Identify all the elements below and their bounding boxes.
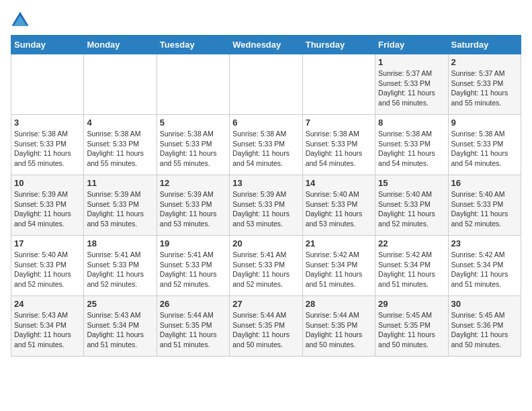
calendar-cell: 24Sunrise: 5:43 AM Sunset: 5:34 PM Dayli… (11, 296, 84, 357)
day-info: Sunrise: 5:44 AM Sunset: 5:35 PM Dayligh… (232, 310, 299, 350)
day-number: 2 (451, 57, 518, 67)
day-info: Sunrise: 5:39 AM Sunset: 5:33 PM Dayligh… (14, 189, 81, 229)
calendar-cell: 22Sunrise: 5:42 AM Sunset: 5:34 PM Dayli… (375, 236, 448, 296)
calendar-cell: 11Sunrise: 5:39 AM Sunset: 5:33 PM Dayli… (84, 175, 157, 236)
calendar-cell: 8Sunrise: 5:38 AM Sunset: 5:33 PM Daylig… (375, 115, 448, 175)
calendar-cell: 30Sunrise: 5:45 AM Sunset: 5:36 PM Dayli… (448, 296, 521, 357)
day-number: 5 (160, 118, 226, 128)
day-number: 19 (160, 238, 226, 248)
day-number: 17 (14, 238, 81, 248)
column-header-monday: Monday (84, 36, 157, 54)
day-info: Sunrise: 5:40 AM Sunset: 5:33 PM Dayligh… (451, 189, 518, 229)
calendar-cell: 14Sunrise: 5:40 AM Sunset: 5:33 PM Dayli… (302, 175, 375, 236)
column-header-tuesday: Tuesday (157, 36, 229, 54)
calendar-cell: 16Sunrise: 5:40 AM Sunset: 5:33 PM Dayli… (448, 175, 521, 236)
calendar-cell: 9Sunrise: 5:38 AM Sunset: 5:33 PM Daylig… (448, 115, 521, 175)
day-info: Sunrise: 5:38 AM Sunset: 5:33 PM Dayligh… (87, 129, 153, 169)
day-info: Sunrise: 5:40 AM Sunset: 5:33 PM Dayligh… (14, 250, 81, 289)
logo-icon (11, 11, 30, 30)
day-info: Sunrise: 5:40 AM Sunset: 5:33 PM Dayligh… (378, 189, 445, 229)
day-number: 11 (87, 178, 153, 188)
day-number: 30 (451, 299, 518, 309)
day-number: 10 (14, 178, 81, 188)
calendar-table: SundayMondayTuesdayWednesdayThursdayFrid… (11, 35, 521, 357)
calendar-cell: 4Sunrise: 5:38 AM Sunset: 5:33 PM Daylig… (84, 115, 157, 175)
calendar-cell: 5Sunrise: 5:38 AM Sunset: 5:33 PM Daylig… (157, 115, 229, 175)
day-number: 20 (232, 238, 299, 248)
day-number: 21 (306, 238, 372, 248)
calendar-cell: 28Sunrise: 5:44 AM Sunset: 5:35 PM Dayli… (302, 296, 375, 357)
calendar-cell: 17Sunrise: 5:40 AM Sunset: 5:33 PM Dayli… (11, 236, 84, 296)
day-info: Sunrise: 5:41 AM Sunset: 5:33 PM Dayligh… (232, 250, 299, 289)
calendar-cell: 10Sunrise: 5:39 AM Sunset: 5:33 PM Dayli… (11, 175, 84, 236)
day-number: 26 (160, 299, 226, 309)
day-number: 25 (87, 299, 153, 309)
day-info: Sunrise: 5:41 AM Sunset: 5:33 PM Dayligh… (87, 250, 153, 289)
column-header-thursday: Thursday (302, 36, 375, 54)
calendar-header-row: SundayMondayTuesdayWednesdayThursdayFrid… (11, 36, 521, 54)
day-number: 4 (87, 118, 153, 128)
day-info: Sunrise: 5:39 AM Sunset: 5:33 PM Dayligh… (232, 189, 299, 229)
day-number: 24 (14, 299, 81, 309)
calendar-cell: 25Sunrise: 5:43 AM Sunset: 5:34 PM Dayli… (84, 296, 157, 357)
day-info: Sunrise: 5:41 AM Sunset: 5:33 PM Dayligh… (160, 250, 226, 289)
column-header-sunday: Sunday (11, 36, 84, 54)
day-info: Sunrise: 5:37 AM Sunset: 5:33 PM Dayligh… (451, 68, 518, 108)
day-number: 13 (232, 178, 299, 188)
calendar-cell: 23Sunrise: 5:42 AM Sunset: 5:34 PM Dayli… (448, 236, 521, 296)
day-info: Sunrise: 5:43 AM Sunset: 5:34 PM Dayligh… (14, 310, 81, 350)
calendar-cell: 20Sunrise: 5:41 AM Sunset: 5:33 PM Dayli… (230, 236, 302, 296)
calendar-cell (157, 54, 229, 115)
day-info: Sunrise: 5:38 AM Sunset: 5:33 PM Dayligh… (14, 129, 81, 169)
calendar-cell: 7Sunrise: 5:38 AM Sunset: 5:33 PM Daylig… (302, 115, 375, 175)
week-row-1: 1Sunrise: 5:37 AM Sunset: 5:33 PM Daylig… (11, 54, 521, 115)
day-info: Sunrise: 5:42 AM Sunset: 5:34 PM Dayligh… (451, 250, 518, 289)
day-number: 22 (378, 238, 445, 248)
day-info: Sunrise: 5:45 AM Sunset: 5:36 PM Dayligh… (451, 310, 518, 350)
day-info: Sunrise: 5:38 AM Sunset: 5:33 PM Dayligh… (378, 129, 445, 169)
calendar-cell: 21Sunrise: 5:42 AM Sunset: 5:34 PM Dayli… (302, 236, 375, 296)
day-number: 18 (87, 238, 153, 248)
calendar-cell: 27Sunrise: 5:44 AM Sunset: 5:35 PM Dayli… (230, 296, 302, 357)
calendar-cell (84, 54, 157, 115)
day-info: Sunrise: 5:38 AM Sunset: 5:33 PM Dayligh… (160, 129, 226, 169)
day-info: Sunrise: 5:39 AM Sunset: 5:33 PM Dayligh… (160, 189, 226, 229)
day-number: 3 (14, 118, 81, 128)
day-info: Sunrise: 5:38 AM Sunset: 5:33 PM Dayligh… (232, 129, 299, 169)
day-info: Sunrise: 5:38 AM Sunset: 5:33 PM Dayligh… (451, 129, 518, 169)
week-row-2: 3Sunrise: 5:38 AM Sunset: 5:33 PM Daylig… (11, 115, 521, 175)
calendar-cell: 6Sunrise: 5:38 AM Sunset: 5:33 PM Daylig… (230, 115, 302, 175)
page-header (11, 11, 521, 30)
day-info: Sunrise: 5:44 AM Sunset: 5:35 PM Dayligh… (306, 310, 372, 350)
day-info: Sunrise: 5:39 AM Sunset: 5:33 PM Dayligh… (87, 189, 153, 229)
calendar-cell: 2Sunrise: 5:37 AM Sunset: 5:33 PM Daylig… (448, 54, 521, 115)
day-info: Sunrise: 5:44 AM Sunset: 5:35 PM Dayligh… (160, 310, 226, 350)
calendar-cell (302, 54, 375, 115)
calendar-cell (230, 54, 302, 115)
calendar-cell: 1Sunrise: 5:37 AM Sunset: 5:33 PM Daylig… (375, 54, 448, 115)
calendar-cell: 29Sunrise: 5:45 AM Sunset: 5:35 PM Dayli… (375, 296, 448, 357)
column-header-saturday: Saturday (448, 36, 521, 54)
day-info: Sunrise: 5:42 AM Sunset: 5:34 PM Dayligh… (306, 250, 372, 289)
day-number: 14 (306, 178, 372, 188)
calendar-cell: 19Sunrise: 5:41 AM Sunset: 5:33 PM Dayli… (157, 236, 229, 296)
day-number: 7 (306, 118, 372, 128)
week-row-5: 24Sunrise: 5:43 AM Sunset: 5:34 PM Dayli… (11, 296, 521, 357)
day-info: Sunrise: 5:38 AM Sunset: 5:33 PM Dayligh… (306, 129, 372, 169)
week-row-3: 10Sunrise: 5:39 AM Sunset: 5:33 PM Dayli… (11, 175, 521, 236)
day-info: Sunrise: 5:40 AM Sunset: 5:33 PM Dayligh… (306, 189, 372, 229)
calendar-cell: 18Sunrise: 5:41 AM Sunset: 5:33 PM Dayli… (84, 236, 157, 296)
day-info: Sunrise: 5:43 AM Sunset: 5:34 PM Dayligh… (87, 310, 153, 350)
calendar-cell: 15Sunrise: 5:40 AM Sunset: 5:33 PM Dayli… (375, 175, 448, 236)
day-number: 6 (232, 118, 299, 128)
column-header-friday: Friday (375, 36, 448, 54)
calendar-cell: 26Sunrise: 5:44 AM Sunset: 5:35 PM Dayli… (157, 296, 229, 357)
day-number: 12 (160, 178, 226, 188)
calendar-cell (11, 54, 84, 115)
day-number: 9 (451, 118, 518, 128)
calendar-cell: 3Sunrise: 5:38 AM Sunset: 5:33 PM Daylig… (11, 115, 84, 175)
week-row-4: 17Sunrise: 5:40 AM Sunset: 5:33 PM Dayli… (11, 236, 521, 296)
day-number: 28 (306, 299, 372, 309)
column-header-wednesday: Wednesday (230, 36, 302, 54)
calendar-cell: 12Sunrise: 5:39 AM Sunset: 5:33 PM Dayli… (157, 175, 229, 236)
